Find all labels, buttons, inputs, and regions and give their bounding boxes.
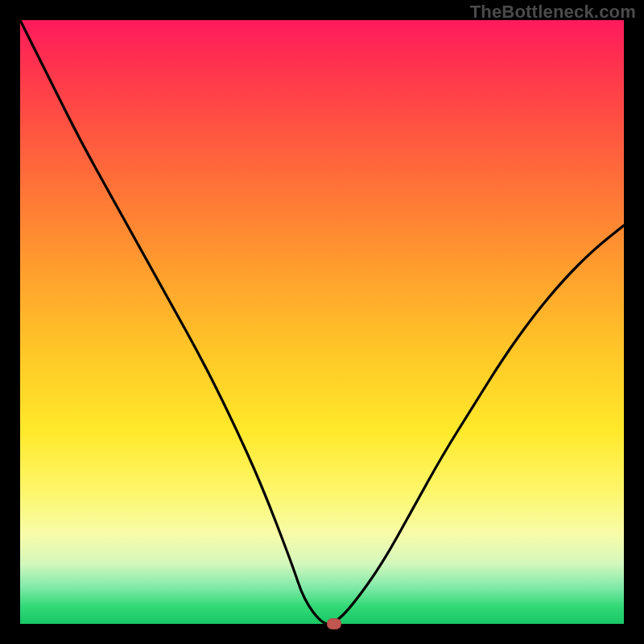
bottleneck-curve bbox=[20, 20, 624, 624]
optimal-point-marker bbox=[327, 618, 341, 630]
watermark-text: TheBottleneck.com bbox=[470, 2, 636, 23]
chart-frame: TheBottleneck.com bbox=[0, 0, 644, 644]
plot-area bbox=[20, 20, 624, 624]
